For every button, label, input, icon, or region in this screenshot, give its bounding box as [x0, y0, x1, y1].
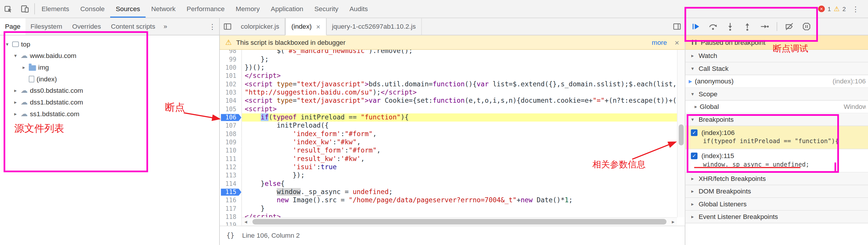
line-number[interactable]: 113	[220, 172, 242, 180]
tree-item-index[interactable]: (index)	[0, 73, 219, 84]
disclosure-collapsed-icon[interactable]: ▸	[690, 188, 695, 194]
disclosure-collapsed-icon[interactable]: ▸	[690, 176, 695, 181]
editor-options-icon[interactable]	[669, 18, 685, 35]
step-into-button[interactable]	[725, 22, 735, 32]
line-number[interactable]: 98	[220, 50, 242, 55]
disclosure-expanded-icon[interactable]: ▾	[690, 66, 695, 71]
line-number[interactable]: 105	[220, 105, 242, 113]
resume-button[interactable]	[691, 22, 701, 32]
disclosure-collapsed-icon[interactable]: ▸	[12, 111, 18, 116]
step-button[interactable]	[760, 22, 770, 32]
disclosure-collapsed-icon[interactable]: ▸	[21, 64, 27, 70]
tree-item-top[interactable]: ▾top	[0, 38, 219, 50]
main-tab-performance[interactable]: Performance	[181, 0, 230, 18]
section-watch[interactable]: ▸ Watch	[685, 50, 868, 62]
tree-item-dss0-bdstatic-com[interactable]: ▸☁dss0.bdstatic.com	[0, 84, 219, 96]
breakpoint-badge[interactable]: 115	[221, 188, 242, 196]
error-badge-icon[interactable]: ×	[818, 6, 825, 12]
line-number[interactable]: 99	[220, 55, 242, 64]
line-number[interactable]: 116	[220, 197, 242, 205]
line-number[interactable]: 109	[220, 138, 242, 146]
line-number[interactable]: 110	[220, 147, 242, 155]
line-number[interactable]: 114	[220, 180, 242, 188]
infobar-more-link[interactable]: more	[652, 38, 667, 46]
editor-tab-jquery-1-cc52697ab1-10-2-js[interactable]: jquery-1-cc52697ab1.10.2.js	[327, 18, 422, 35]
tree-item-dss1-bdstatic-com[interactable]: ▸☁dss1.bdstatic.com	[0, 96, 219, 108]
vertical-scrollbar[interactable]	[677, 50, 685, 217]
section-global-listeners[interactable]: ▸Global Listeners	[685, 198, 868, 210]
main-tab-application[interactable]: Application	[265, 0, 309, 18]
line-number[interactable]: 119	[220, 221, 242, 226]
line-number[interactable]: 100	[220, 64, 242, 72]
main-tab-security[interactable]: Security	[309, 0, 344, 18]
section-event-listener-breakpoints[interactable]: ▸Event Listener Breakpoints	[685, 211, 868, 223]
line-number[interactable]: 115	[220, 188, 242, 196]
main-tab-sources[interactable]: Sources	[110, 0, 146, 18]
warning-icon[interactable]: ⚠	[834, 5, 840, 12]
navigator-menu-button[interactable]: ⋮	[206, 23, 219, 31]
editor-tab-index[interactable]: (index)×	[285, 18, 327, 35]
section-dom-breakpoints[interactable]: ▸DOM Breakpoints	[685, 185, 868, 198]
scroll-track[interactable]	[250, 218, 669, 225]
disclosure-expanded-icon[interactable]: ▾	[4, 41, 10, 47]
disclosure-collapsed-icon[interactable]: ▸	[12, 99, 18, 105]
pause-on-exceptions-button[interactable]	[802, 22, 811, 32]
breakpoint-checkbox[interactable]: ✓	[691, 152, 698, 159]
breakpoint-entry[interactable]: ✓(index):115window._sp_async = undefined…	[685, 149, 868, 172]
line-number[interactable]: 102	[220, 80, 242, 89]
line-number[interactable]: 103	[220, 89, 242, 97]
disclosure-collapsed-icon[interactable]: ▸	[690, 214, 695, 219]
pretty-print-button[interactable]: {}	[226, 232, 235, 239]
call-stack-frame[interactable]: ▶(anonymous)(index):106	[685, 75, 868, 88]
navigator-toggle-icon[interactable]	[220, 18, 235, 35]
scroll-left-icon[interactable]: ◀	[242, 219, 250, 224]
breakpoint-checkbox[interactable]: ✓	[691, 129, 698, 136]
navigator-tab-page[interactable]: Page	[0, 18, 26, 35]
scope-item-global[interactable]: ▸GlobalWindow	[685, 101, 868, 113]
device-toolbar-button[interactable]	[17, 0, 33, 18]
infobar-close-icon[interactable]: ×	[671, 38, 679, 46]
line-number[interactable]: 108	[220, 130, 242, 138]
inspect-element-button[interactable]	[0, 0, 17, 18]
scrollbar-thumb[interactable]	[679, 125, 684, 145]
disclosure-expanded-icon[interactable]: ▾	[690, 117, 695, 123]
tree-item-ss1-bdstatic-com[interactable]: ▸☁ss1.bdstatic.com	[0, 108, 219, 119]
main-tab-elements[interactable]: Elements	[36, 0, 75, 18]
breakpoint-badge[interactable]: 106	[221, 114, 242, 121]
scroll-right-icon[interactable]: ▶	[669, 219, 677, 224]
horizontal-scrollbar[interactable]: ◀ ▶	[242, 217, 677, 225]
code-editor[interactable]: 98 $('#s_mancard_newmusic').remove();99 …	[220, 50, 685, 226]
tree-item-img[interactable]: ▸img	[0, 62, 219, 73]
section-breakpoints[interactable]: ▾ Breakpoints	[685, 113, 868, 126]
close-tab-icon[interactable]: ×	[316, 23, 320, 31]
devtools-menu-button[interactable]: ⋮	[849, 5, 862, 13]
line-number[interactable]: 117	[220, 205, 242, 213]
disclosure-collapsed-icon[interactable]: ▸	[12, 88, 18, 93]
main-tab-memory[interactable]: Memory	[230, 0, 265, 18]
tree-item-www-baidu-com[interactable]: ▾☁www.baidu.com	[0, 50, 219, 62]
line-number[interactable]: 101	[220, 72, 242, 80]
disclosure-collapsed-icon[interactable]: ▸	[693, 104, 699, 109]
navigator-tab-content-scripts[interactable]: Content scripts	[106, 18, 160, 35]
line-number[interactable]: 106	[220, 113, 242, 121]
main-tab-audits[interactable]: Audits	[344, 0, 374, 18]
disclosure-expanded-icon[interactable]: ▾	[690, 91, 695, 97]
breakpoint-entry[interactable]: ✓(index):106if(typeof initPreload == "fu…	[685, 126, 868, 149]
line-number[interactable]: 107	[220, 122, 242, 130]
line-number[interactable]: 118	[220, 213, 242, 221]
navigator-tab-overrides[interactable]: Overrides	[67, 18, 106, 35]
section-xhr-fetch-breakpoints[interactable]: ▸XHR/fetch Breakpoints	[685, 172, 868, 185]
disclosure-collapsed-icon[interactable]: ▸	[690, 53, 695, 59]
section-scope[interactable]: ▾ Scope	[685, 88, 868, 100]
line-number[interactable]: 104	[220, 97, 242, 105]
editor-tab-colorpicker-js[interactable]: colorpicker.js	[235, 18, 285, 35]
line-number[interactable]: 112	[220, 163, 242, 171]
disclosure-collapsed-icon[interactable]: ▸	[690, 201, 695, 207]
disclosure-expanded-icon[interactable]: ▾	[12, 53, 18, 58]
line-number[interactable]: 111	[220, 155, 242, 163]
main-tab-console[interactable]: Console	[75, 0, 110, 18]
main-tab-network[interactable]: Network	[146, 0, 181, 18]
section-call-stack[interactable]: ▾ Call Stack	[685, 62, 868, 75]
scrollbar-thumb[interactable]	[252, 219, 666, 224]
deactivate-breakpoints-button[interactable]	[784, 22, 795, 32]
